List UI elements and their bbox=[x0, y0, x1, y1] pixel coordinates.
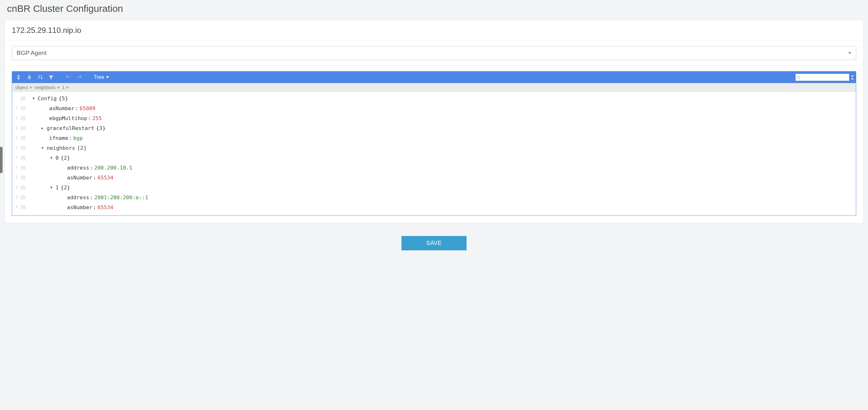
node-menu-button[interactable] bbox=[21, 126, 25, 130]
tree-leaf-n1-address[interactable]: ⠿ address : 2001:200:200:a::1 bbox=[12, 193, 856, 202]
drag-handle[interactable]: ⠿ bbox=[15, 167, 19, 169]
agent-select-value: BGP Agent bbox=[17, 50, 46, 57]
node-menu-button[interactable] bbox=[21, 166, 25, 170]
drag-handle[interactable]: ⠿ bbox=[15, 127, 19, 129]
drag-handle[interactable]: ⠿ bbox=[15, 196, 19, 199]
search-next-button[interactable] bbox=[851, 76, 854, 77]
node-menu-button[interactable] bbox=[21, 206, 25, 209]
drag-handle[interactable]: ⠿ bbox=[15, 157, 19, 159]
node-menu-button[interactable] bbox=[21, 107, 25, 110]
collapse-toggle[interactable]: ▼ bbox=[40, 146, 45, 150]
tree-node-neighbor-1[interactable]: ⠿ ▼ 1 {2} bbox=[12, 183, 856, 193]
node-value[interactable]: bgp bbox=[73, 135, 83, 141]
filter-button[interactable] bbox=[46, 73, 56, 82]
drag-handle[interactable]: ⠿ bbox=[15, 177, 19, 179]
drag-handle[interactable]: ⠿ bbox=[15, 107, 19, 110]
drag-handle[interactable]: ⠿ bbox=[15, 117, 19, 119]
tree-leaf-ebgpmultihop[interactable]: ⠿ ebgpMultihop : 255 bbox=[12, 113, 856, 123]
collapse-all-button[interactable] bbox=[25, 73, 34, 82]
node-key: asNumber bbox=[67, 204, 92, 210]
node-value[interactable]: 65534 bbox=[97, 204, 113, 210]
agent-select-row: BGP Agent bbox=[5, 41, 863, 65]
drag-handle[interactable]: ⠿ bbox=[15, 137, 19, 139]
node-key: Config bbox=[38, 95, 57, 101]
tree-leaf-ifname[interactable]: ⠿ ifname : bgp bbox=[12, 133, 856, 143]
chevron-right-icon: ▶ bbox=[30, 85, 33, 89]
node-value[interactable]: 65534 bbox=[97, 175, 113, 181]
undo-icon bbox=[65, 75, 71, 80]
agent-select[interactable]: BGP Agent bbox=[12, 46, 856, 60]
node-key: address bbox=[67, 195, 89, 201]
node-key: ifname bbox=[49, 135, 68, 141]
node-menu-button[interactable] bbox=[21, 156, 25, 160]
filter-icon bbox=[48, 75, 54, 80]
node-key: asNumber bbox=[67, 175, 92, 181]
collapse-toggle[interactable]: ▼ bbox=[31, 96, 36, 100]
expand-toggle[interactable]: ▶ bbox=[40, 126, 45, 130]
chevron-right-icon: ▶ bbox=[57, 85, 60, 89]
json-editor: Tree object ▶ neig bbox=[12, 71, 856, 216]
crumb-index[interactable]: 1 bbox=[62, 85, 64, 90]
chevron-right-icon: ▶ bbox=[66, 85, 69, 89]
node-key: neighbors bbox=[46, 145, 75, 151]
tree-leaf-asnumber[interactable]: ⠿ asNumber : 65009 bbox=[12, 104, 856, 113]
editor-search-input-wrap[interactable] bbox=[795, 74, 849, 81]
sort-icon bbox=[37, 75, 43, 80]
collapse-toggle[interactable]: ▼ bbox=[49, 185, 54, 190]
tree-node-neighbors[interactable]: ⠿ ▼ neighbors [2] bbox=[12, 143, 856, 153]
tree-node-neighbor-0[interactable]: ⠿ ▼ 0 {2} bbox=[12, 153, 856, 163]
editor-search-input[interactable] bbox=[802, 75, 848, 80]
node-menu-button[interactable] bbox=[21, 146, 25, 150]
node-key: asNumber bbox=[49, 106, 74, 112]
tree-leaf-n1-asnumber[interactable]: ⠿ asNumber : 65534 bbox=[12, 202, 856, 212]
node-menu-button[interactable] bbox=[21, 97, 25, 100]
search-prev-button[interactable] bbox=[851, 78, 854, 80]
editor-toolbar: Tree bbox=[12, 71, 856, 83]
redo-icon bbox=[76, 75, 82, 80]
search-icon bbox=[797, 76, 801, 80]
node-meta: {3} bbox=[96, 125, 105, 131]
tree-node-config[interactable]: ▼ Config {5} bbox=[12, 93, 856, 104]
node-value[interactable]: 200.200.10.1 bbox=[94, 165, 132, 171]
node-value[interactable]: 2001:200:200:a::1 bbox=[94, 195, 148, 201]
view-mode-select[interactable]: Tree bbox=[91, 75, 112, 80]
tree-node-gracefulrestart[interactable]: ⠿ ▶ gracefulRestart {3} bbox=[12, 123, 856, 133]
node-key: address bbox=[67, 165, 89, 171]
collapse-all-icon bbox=[27, 75, 32, 80]
caret-down-icon bbox=[848, 52, 851, 54]
node-menu-button[interactable] bbox=[21, 176, 25, 179]
node-meta: {2} bbox=[61, 155, 70, 161]
page-scroll-indicator bbox=[0, 147, 3, 173]
undo-button[interactable] bbox=[64, 73, 73, 82]
node-meta: [2] bbox=[77, 145, 87, 151]
node-key: 1 bbox=[56, 184, 59, 191]
page-title: cnBR Cluster Configuration bbox=[0, 0, 868, 20]
expand-all-icon bbox=[16, 75, 21, 80]
node-menu-button[interactable] bbox=[21, 117, 25, 120]
node-key: 0 bbox=[56, 155, 59, 161]
node-menu-button[interactable] bbox=[21, 136, 25, 140]
config-panel: 172.25.29.110.nip.io BGP Agent bbox=[4, 20, 864, 223]
drag-handle[interactable]: ⠿ bbox=[15, 186, 19, 189]
node-menu-button[interactable] bbox=[21, 186, 25, 189]
caret-down-icon bbox=[106, 76, 109, 78]
node-meta: {5} bbox=[59, 95, 68, 101]
editor-breadcrumb: object ▶ neighbors ▶ 1 ▶ bbox=[12, 83, 856, 92]
node-menu-button[interactable] bbox=[21, 196, 25, 199]
expand-all-button[interactable] bbox=[14, 73, 23, 82]
host-address: 172.25.29.110.nip.io bbox=[5, 20, 863, 41]
node-value[interactable]: 255 bbox=[92, 115, 102, 121]
crumb-root[interactable]: object bbox=[15, 85, 28, 90]
view-mode-label: Tree bbox=[94, 75, 104, 80]
tree-leaf-n0-asnumber[interactable]: ⠿ asNumber : 65534 bbox=[12, 173, 856, 183]
tree-leaf-n0-address[interactable]: ⠿ address : 200.200.10.1 bbox=[12, 163, 856, 173]
sort-button[interactable] bbox=[36, 73, 45, 82]
save-button[interactable]: SAVE bbox=[401, 236, 467, 250]
redo-button[interactable] bbox=[75, 73, 84, 82]
node-key: gracefulRestart bbox=[46, 125, 94, 131]
crumb-neighbors[interactable]: neighbors bbox=[34, 85, 56, 90]
drag-handle[interactable]: ⠿ bbox=[15, 206, 19, 208]
collapse-toggle[interactable]: ▼ bbox=[49, 156, 54, 160]
drag-handle[interactable]: ⠿ bbox=[15, 147, 19, 149]
node-value[interactable]: 65009 bbox=[80, 106, 95, 112]
